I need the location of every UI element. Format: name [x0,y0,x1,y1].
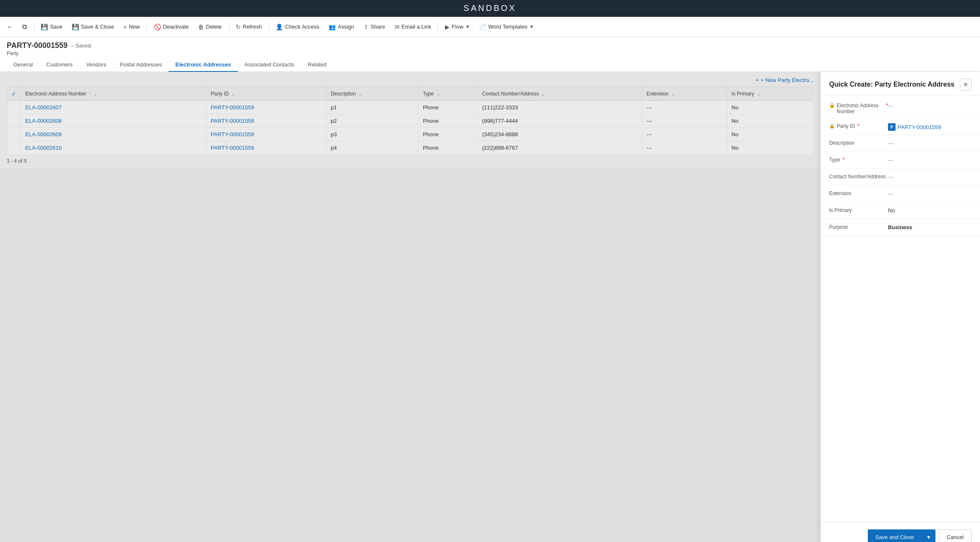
required-star-party_id: * [857,123,859,129]
cell-is-primary: No [727,101,813,114]
row-checkbox[interactable] [7,141,21,155]
word-templates-button[interactable]: 📄 Word Templates ▼ [475,21,538,33]
new-button[interactable]: + New [119,21,144,33]
cell-contact-number: (111)222-3333 [478,101,642,114]
tab-general[interactable]: General [7,58,40,72]
record-type: Party [7,50,973,56]
quick-create-panel: Quick Create: Party Electronic Address ✕… [820,72,980,542]
qc-value-is_primary: No [888,206,972,214]
col-desc-sort: ⌄ [358,92,362,96]
window-restore-button[interactable]: ⧉ [18,20,31,34]
qc-label-extension: Extension [829,189,888,196]
col-contact-number: Contact Number/Address ⌄ [478,87,642,101]
qc-save-dropdown-button[interactable]: ▼ [922,529,935,542]
delete-icon: 🗑 [198,24,204,30]
cell-ela-number[interactable]: ELA-00002609 [21,128,207,141]
col-ela-number: Electronic Address Number ↑ ⌄ [21,87,207,101]
tab-customers[interactable]: Customers [40,58,79,72]
flow-button[interactable]: ▶ Flow ▼ [441,21,474,33]
record-status: – Saved [71,42,91,49]
cell-extension: --- [642,128,727,141]
delete-button[interactable]: 🗑 Delete [194,21,226,33]
qc-value-contact_number[interactable]: --- [888,172,972,180]
cell-extension: --- [642,101,727,114]
qc-cancel-button[interactable]: Cancel [939,529,972,542]
check-access-button[interactable]: 👤 Check Access [271,21,324,33]
cell-ela-number[interactable]: ELA-00002608 [21,114,207,128]
grid-area: + + New Party Electro... ✓ Electronic Ad… [0,72,820,169]
row-checkbox[interactable] [7,101,21,114]
col-description: Description ⌄ [326,87,418,101]
table-header: ✓ Electronic Address Number ↑ ⌄ Party ID… [7,87,814,101]
add-party-electronic-button[interactable]: + + New Party Electro... [756,77,814,83]
qc-value-ela_number[interactable]: --- [888,101,972,109]
cell-contact-number: (998)777-4444 [478,114,642,128]
email-link-button[interactable]: ✉ Email a Link [390,21,436,33]
separator-3 [229,22,229,32]
row-checkbox[interactable] [7,128,21,141]
assign-button[interactable]: 👥 Assign [324,21,358,33]
save-button[interactable]: 💾 Save [37,21,67,33]
cell-description: p1 [326,101,418,114]
qc-value-extension[interactable]: --- [888,189,972,197]
cell-party-id[interactable]: PARTY-00001559 [206,128,326,141]
table-row[interactable]: ELA-00002609 PARTY-00001559 p3 Phone (34… [7,128,814,141]
qc-header: Quick Create: Party Electronic Address ✕ [821,72,980,96]
cell-party-id[interactable]: PARTY-00001559 [206,114,326,128]
table-row[interactable]: ELA-00002607 PARTY-00001559 p1 Phone (11… [7,101,814,114]
word-icon: 📄 [479,24,486,30]
save-close-icon: 💾 [72,24,79,30]
check-access-icon: 👤 [276,24,283,30]
page-header: PARTY-00001559 – Saved Party [0,37,980,58]
table-header-row: ✓ Electronic Address Number ↑ ⌄ Party ID… [7,87,814,101]
row-checkbox[interactable] [7,114,21,128]
tab-electronic-addresses[interactable]: Electronic Addresses [169,58,237,72]
qc-close-button[interactable]: ✕ [960,79,972,90]
tab-related[interactable]: Related [301,58,333,72]
table-body: ELA-00002607 PARTY-00001559 p1 Phone (11… [7,101,814,155]
record-id-header: PARTY-00001559 – Saved [7,41,973,50]
qc-save-close-button[interactable]: Save and Close [868,529,922,542]
table-row[interactable]: ELA-00002610 PARTY-00001559 p4 Phone (22… [7,141,814,155]
qc-field-purpose: PurposeBusiness [821,219,980,236]
refresh-button[interactable]: ↻ Refresh [232,21,266,33]
back-button[interactable]: ← [3,20,17,34]
cell-ela-number[interactable]: ELA-00002607 [21,101,207,114]
col-type-sort: ⌄ [437,92,440,96]
assign-icon: 👥 [329,24,336,30]
qc-value-party_id[interactable]: PPARTY-00001559 [888,122,972,131]
cell-contact-number: (222)898-6767 [478,141,642,155]
qc-field-type: Type*--- [821,152,980,169]
toolbar: ← ⧉ 💾 Save 💾 Save & Close + New 🚫 Deacti… [0,17,980,37]
cell-party-id[interactable]: PARTY-00001559 [206,101,326,114]
word-chevron-icon: ▼ [530,24,534,29]
save-close-button[interactable]: 💾 Save & Close [68,21,119,33]
qc-label-party_id: 🔒Party ID* [829,122,888,129]
tab-associated-contacts[interactable]: Associated Contacts [238,58,301,72]
tab-vendors[interactable]: Vendors [79,58,113,72]
qc-value-type[interactable]: --- [888,155,972,163]
record-id: PARTY-00001559 [7,41,68,50]
table-row[interactable]: ELA-00002608 PARTY-00001559 p2 Phone (99… [7,114,814,128]
share-icon: ⇧ [364,24,369,30]
share-button[interactable]: ⇧ Share [359,21,390,33]
deactivate-button[interactable]: 🚫 Deactivate [150,21,193,33]
qc-form: 🔒Electronic Address Number*---🔒Party ID*… [821,96,980,522]
save-icon: 💾 [41,24,48,30]
grid-footer: 1 - 4 of 5 [7,158,814,164]
sandbox-banner: SANDBOX [0,0,980,16]
tab-postal-addresses[interactable]: Postal Addresses [113,58,169,72]
sort-desc-icon: ⌄ [94,92,97,96]
cell-party-id[interactable]: PARTY-00001559 [206,141,326,155]
cell-type: Phone [419,101,478,114]
cell-ela-number[interactable]: ELA-00002610 [21,141,207,155]
separator-5 [438,22,438,32]
qc-label-is_primary: Is Primary [829,206,888,213]
cell-is-primary: No [727,128,813,141]
email-icon: ✉ [395,24,400,30]
qc-value-description[interactable]: --- [888,138,972,146]
required-star-type: * [843,157,845,163]
cell-description: p2 [326,114,418,128]
qc-value-purpose: Business [888,222,972,230]
col-contact-sort: ⌄ [541,92,545,96]
